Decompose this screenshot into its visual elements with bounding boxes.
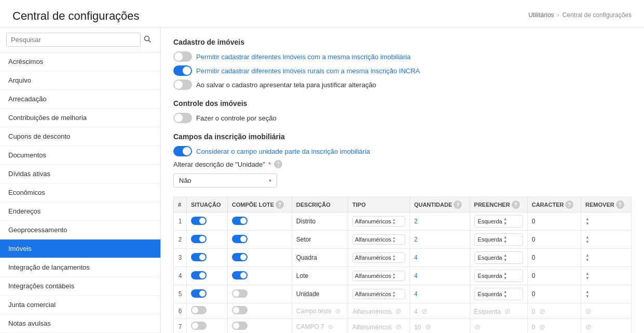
cell-preencher-4: Esquerda ▲▼ (470, 285, 527, 303)
cell-situacao-2 (187, 249, 228, 267)
remover-select-3[interactable]: ▲▼ (585, 271, 627, 281)
toggle-permitir2[interactable] (173, 65, 192, 76)
sidebar-item-geoprocessamento[interactable]: Geoprocessamento (0, 221, 160, 239)
dropdown-unidade[interactable]: Não ▾ (173, 174, 277, 188)
qty-disabled-5: ⊘ (421, 307, 428, 315)
remover-select-2[interactable]: ▲▼ (585, 253, 627, 262)
toggle-compoe-2[interactable] (232, 253, 248, 261)
field-unidade-row: Alterar descrição de "Unidade" * ? (173, 160, 632, 168)
sidebar-item-arrecadação[interactable]: Arrecadação (0, 90, 160, 109)
toggle-permitir1[interactable] (173, 51, 192, 62)
toggle-campo-label: Considerar o campo unidade parte da insc… (196, 148, 370, 155)
table-row: 4 Lote Alfanuméricos ▲▼ 4 Esquerda ▲▼ 0 … (174, 267, 632, 285)
cell-situacao-1 (187, 231, 228, 249)
tipo-select-3[interactable]: Alfanuméricos ▲▼ (352, 271, 405, 281)
toggle-situacao-1[interactable] (191, 235, 207, 243)
help-icon-caracter[interactable]: ? (565, 201, 573, 209)
sidebar-item-documentos[interactable]: Documentos (0, 146, 160, 165)
cell-quantidade-3: 4 (409, 267, 470, 285)
svg-line-1 (149, 41, 151, 43)
toggle-situacao-4[interactable] (191, 289, 207, 298)
cell-compoe-2 (227, 249, 292, 267)
toggle-situacao-6 (191, 322, 207, 330)
th-caracter: CARACTER ? (527, 197, 581, 212)
remover-select-1[interactable]: ▲▼ (585, 235, 627, 244)
tipo-select-2[interactable]: Alfanuméricos ▲▼ (352, 252, 405, 263)
cell-remover-1: ▲▼ (581, 231, 632, 249)
toggle-compoe-3[interactable] (232, 271, 248, 279)
toggle-compoe-0[interactable] (232, 217, 248, 225)
toggle-situacao-2[interactable] (191, 253, 207, 261)
sidebar-item-imóveis[interactable]: Imóveis (0, 239, 160, 258)
cell-descricao-0: Distrito (292, 212, 348, 231)
sidebar-item-junta-comercial[interactable]: Junta comercial (0, 296, 160, 314)
sidebar-item-integrações-contábeis[interactable]: Integrações contábeis (0, 277, 160, 296)
th-tipo: TIPO (348, 197, 410, 212)
help-icon-unidade[interactable]: ? (274, 160, 282, 168)
sidebar-item-cupons-de-desconto[interactable]: Cupons de desconto (0, 127, 160, 146)
cell-tipo-3: Alfanuméricos ▲▼ (348, 267, 410, 285)
caracter-value-1: 0 (532, 236, 536, 243)
toggle-compoe-1[interactable] (232, 235, 248, 243)
quantity-value-5: 4 (414, 308, 418, 315)
sidebar-item-econômicos[interactable]: Econômicos (0, 183, 160, 202)
preencher-select-2[interactable]: Esquerda ▲▼ (474, 251, 523, 264)
cell-quantidade-2: 4 (409, 249, 470, 267)
help-icon-remover[interactable]: ? (616, 201, 624, 209)
cell-quantidade-4: 4 (409, 285, 470, 303)
tipo-select-4[interactable]: Alfanuméricos ▲▼ (352, 289, 405, 299)
sidebar-item-contribuições-de-melhoria[interactable]: Contribuições de melhoria (0, 109, 160, 127)
cell-preencher-5: Esquerda ⊘ (470, 303, 527, 319)
sidebar-item-acréscimos[interactable]: Acréscimos (0, 52, 160, 71)
cell-situacao-6 (187, 319, 228, 334)
preencher-select-0[interactable]: Esquerda ▲▼ (474, 215, 523, 228)
help-icon-preencher[interactable]: ? (512, 201, 520, 209)
breadcrumb-utilitarios[interactable]: Utilitários (528, 11, 554, 19)
toggle-salvar[interactable] (173, 79, 192, 90)
sidebar-item-dívidas-ativas[interactable]: Dívidas ativas (0, 165, 160, 183)
toggle-situacao-0[interactable] (191, 217, 207, 225)
help-icon-quantidade[interactable]: ? (454, 201, 462, 209)
preencher-select-3[interactable]: Esquerda ▲▼ (474, 270, 523, 282)
section-controle-title: Controle dos imóveis (173, 99, 632, 108)
remover-select-0[interactable]: ▲▼ (585, 217, 627, 226)
remover-select-4[interactable]: ▲▼ (585, 289, 627, 299)
quantity-value-0: 2 (414, 218, 418, 225)
cell-situacao-5 (187, 303, 228, 319)
help-icon-compoe[interactable]: ? (276, 201, 284, 209)
toggle-campo[interactable] (173, 146, 192, 156)
tipo-select-0[interactable]: Alfanuméricos ▲▼ (352, 216, 405, 227)
tipo-select-1[interactable]: Alfanuméricos ▲▼ (352, 234, 405, 245)
section-campos: Campos da inscrição imobiliária Consider… (173, 132, 632, 188)
sidebar-item-arquivo[interactable]: Arquivo (0, 71, 160, 90)
cell-tipo-0: Alfanuméricos ▲▼ (348, 212, 410, 231)
toggle-situacao-3[interactable] (191, 271, 207, 279)
preencher-select-1[interactable]: Esquerda ▲▼ (474, 233, 523, 246)
cell-tipo-1: Alfanuméricos ▲▼ (348, 231, 410, 249)
table-row: 6 Campo teste ⊘ Alfanuméricos ⊘ 4 ⊘ Esqu… (174, 303, 632, 319)
cell-caracter-0: 0 (527, 212, 581, 231)
sidebar-item-integração-de-lançamentos[interactable]: Integração de lançamentos (0, 258, 160, 277)
table-row: 2 Setor Alfanuméricos ▲▼ 2 Esquerda ▲▼ 0… (174, 231, 632, 249)
cell-num-5: 6 (174, 303, 187, 319)
toggle-controle[interactable] (173, 113, 192, 123)
breadcrumb-current: Central de configurações (563, 11, 632, 19)
chevron-down-icon: ▾ (269, 178, 271, 183)
th-quantidade: QUANTIDADE ? (409, 197, 470, 212)
cell-compoe-6 (227, 319, 292, 334)
sidebar: AcréscimosArquivoArrecadaçãoContribuiçõe… (0, 28, 161, 333)
preencher-select-4[interactable]: Esquerda ▲▼ (474, 288, 523, 300)
search-input[interactable] (6, 33, 141, 47)
toggle-permitir1-label: Permitir cadastrar diferentes imóveis co… (196, 53, 410, 61)
toggle-compoe-4[interactable] (232, 289, 248, 298)
search-button[interactable] (141, 33, 154, 46)
cell-preencher-6: ⊘ (470, 319, 527, 334)
cell-remover-4: ▲▼ (581, 285, 632, 303)
sidebar-item-endereços[interactable]: Endereços (0, 202, 160, 221)
sidebar-item-notas-avulsas[interactable]: Notas avulsas (0, 314, 160, 333)
th-situacao: SITUAÇÃO (187, 197, 228, 212)
quantity-value-2: 4 (414, 254, 418, 261)
cell-descricao-5: Campo teste ⊘ (292, 303, 348, 319)
dropdown-unidade-value: Não (179, 177, 191, 184)
cell-descricao-4: Unidade (292, 285, 348, 303)
